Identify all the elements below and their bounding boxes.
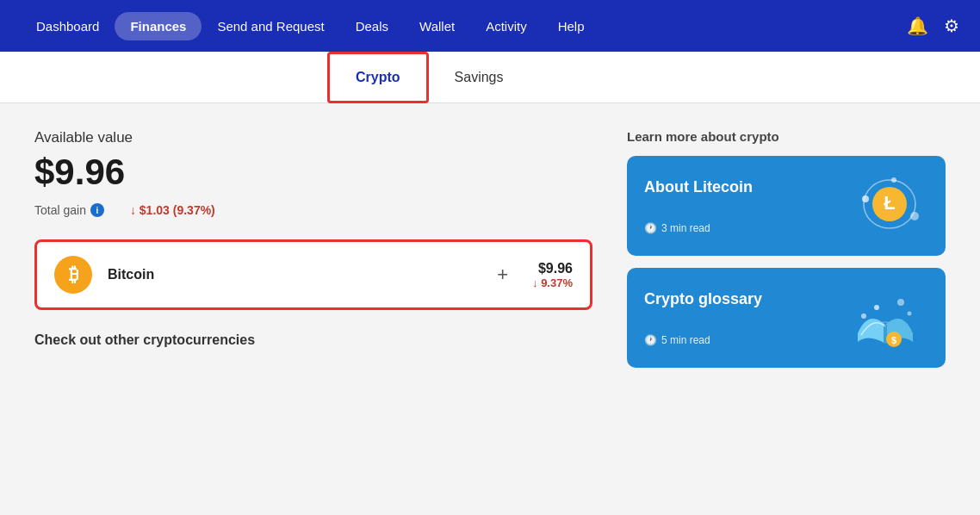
available-value-label: Available value <box>34 129 592 146</box>
bitcoin-value: $9.96 ↓ 9.37% <box>532 261 573 289</box>
svg-point-3 <box>862 195 869 202</box>
litecoin-card-title: About Litecoin <box>644 178 753 196</box>
bell-icon[interactable]: 🔔 <box>907 16 928 36</box>
svg-point-10 <box>897 299 904 306</box>
tab-savings[interactable]: Savings <box>429 54 530 101</box>
nav-finances[interactable]: Finances <box>115 12 202 40</box>
glossary-illustration: $ <box>842 283 928 352</box>
available-value-amount: $9.96 <box>34 152 592 193</box>
nav-help[interactable]: Help <box>543 12 600 40</box>
check-other-label: Check out other cryptocurrencies <box>34 332 592 348</box>
right-panel: Learn more about crypto About Litecoin 🕐… <box>627 129 946 489</box>
glossary-card-time: 🕐 5 min read <box>644 334 762 346</box>
learn-title: Learn more about crypto <box>627 129 946 144</box>
gear-icon[interactable]: ⚙ <box>944 16 959 36</box>
total-gain-label: Total gain i <box>34 203 104 217</box>
add-crypto-icon[interactable]: + <box>497 264 508 286</box>
svg-text:Ł: Ł <box>884 192 895 214</box>
nav-send-request[interactable]: Send and Request <box>202 12 339 40</box>
bitcoin-logo: ₿ <box>54 256 92 294</box>
litecoin-card-time: 🕐 3 min read <box>644 222 753 234</box>
clock-icon-litecoin: 🕐 <box>644 222 657 234</box>
nav-wallet[interactable]: Wallet <box>404 12 470 40</box>
clock-icon-glossary: 🕐 <box>644 334 657 346</box>
tabs-row: Crypto Savings <box>0 52 980 103</box>
bitcoin-card[interactable]: ₿ Bitcoin + $9.96 ↓ 9.37% <box>34 239 592 310</box>
left-panel: Available value $9.96 Total gain i ↓ $1.… <box>34 129 592 489</box>
svg-point-5 <box>891 177 896 183</box>
nav-deals[interactable]: Deals <box>340 12 404 40</box>
main-content: Available value $9.96 Total gain i ↓ $1.… <box>0 103 980 515</box>
nav-dashboard[interactable]: Dashboard <box>21 12 115 40</box>
svg-point-9 <box>874 305 879 310</box>
bitcoin-pct: ↓ 9.37% <box>532 276 573 289</box>
total-gain-row: Total gain i ↓ $1.03 (9.37%) <box>34 203 592 217</box>
litecoin-illustration: Ł <box>842 171 928 240</box>
bitcoin-name: Bitcoin <box>108 267 473 282</box>
litecoin-card[interactable]: About Litecoin 🕐 3 min read Ł <box>627 156 946 256</box>
nav-activity[interactable]: Activity <box>470 12 543 40</box>
total-gain-value: ↓ $1.03 (9.37%) <box>130 203 215 217</box>
glossary-card[interactable]: Crypto glossary 🕐 5 min read <box>627 268 946 368</box>
svg-point-12 <box>908 312 912 316</box>
total-gain-info-icon[interactable]: i <box>90 203 104 217</box>
svg-point-11 <box>861 313 866 319</box>
svg-point-4 <box>910 212 919 220</box>
navbar: Dashboard Finances Send and Request Deal… <box>0 0 980 52</box>
svg-text:$: $ <box>891 335 896 345</box>
bitcoin-usd: $9.96 <box>532 261 573 276</box>
tab-crypto[interactable]: Crypto <box>327 52 429 103</box>
glossary-card-title: Crypto glossary <box>644 290 762 308</box>
